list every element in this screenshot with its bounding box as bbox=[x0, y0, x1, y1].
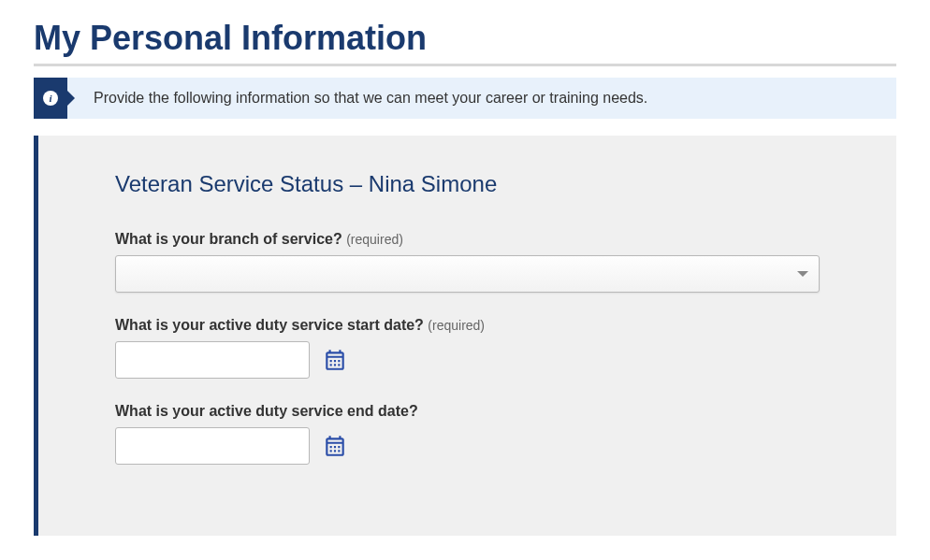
end-date-label: What is your active duty service end dat… bbox=[115, 403, 418, 419]
start-date-label: What is your active duty service start d… bbox=[115, 317, 424, 333]
end-date-input[interactable] bbox=[115, 427, 310, 465]
start-date-required: (required) bbox=[428, 318, 485, 333]
section-heading: Veteran Service Status – Nina Simone bbox=[115, 171, 820, 197]
branch-select[interactable] bbox=[115, 255, 820, 293]
calendar-icon[interactable] bbox=[323, 348, 347, 372]
branch-select-wrapper bbox=[115, 255, 820, 293]
info-banner: i Provide the following information so t… bbox=[34, 78, 896, 119]
start-date-input[interactable] bbox=[115, 341, 310, 379]
info-icon: i bbox=[43, 91, 58, 106]
branch-field-group: What is your branch of service? (require… bbox=[115, 231, 820, 293]
info-banner-text: Provide the following information so tha… bbox=[67, 90, 647, 107]
page-title: My Personal Information bbox=[34, 19, 896, 58]
calendar-icon[interactable] bbox=[323, 434, 347, 458]
end-date-row bbox=[115, 427, 820, 465]
branch-required: (required) bbox=[346, 232, 403, 247]
start-date-row bbox=[115, 341, 820, 379]
start-date-field-group: What is your active duty service start d… bbox=[115, 317, 820, 379]
title-underline bbox=[34, 64, 896, 66]
form-card: Veteran Service Status – Nina Simone Wha… bbox=[34, 136, 896, 536]
branch-label: What is your branch of service? bbox=[115, 231, 342, 247]
end-date-field-group: What is your active duty service end dat… bbox=[115, 403, 820, 465]
info-flag: i bbox=[34, 78, 67, 119]
